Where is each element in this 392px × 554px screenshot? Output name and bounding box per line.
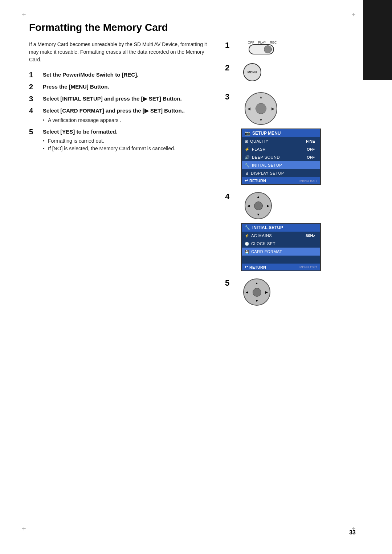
page-number: 33 (349, 529, 356, 536)
menu-button-diagram: MENU (243, 63, 261, 81)
quality-label: QUALITY (250, 139, 302, 143)
dpad-diagram-3: ▲ ▶ ▼ ◀ (245, 92, 277, 125)
s5dpad-arrow-top: ▲ (255, 281, 258, 285)
step-2: 2 Press the [MENU] Button. (29, 83, 211, 91)
clock-set-label: CLOCK SET (251, 241, 317, 246)
page-title: Formatting the Memory Card (29, 22, 363, 33)
ac-icon: ⚡ (245, 234, 249, 238)
diagram-step-4: 4 ▲ ▶ ▼ ◀ � (225, 192, 363, 271)
step-3-number: 3 (29, 95, 39, 103)
small-dpad-outer: ▲ ▶ ▼ ◀ (245, 192, 272, 219)
initial-setup-title: INITIAL SETUP (252, 225, 283, 230)
setup-menu-camera-icon: 📷 (245, 131, 250, 136)
sdpad-arrow-left: ◀ (247, 204, 250, 208)
switch-labels: OFF PLAY REC (248, 41, 277, 44)
diagram-2-number: 2 (225, 63, 233, 73)
s5dpad-arrow-bottom: ▼ (255, 299, 258, 303)
ac-mains-label: AC MAINS (251, 233, 301, 238)
step-2-number: 2 (29, 83, 39, 91)
switch-body (249, 44, 274, 54)
dpad-arrow-bottom: ▼ (259, 118, 263, 122)
right-column: 1 OFF PLAY REC 2 (225, 41, 363, 314)
steps-list: 1 Set the Power/Mode Switch to [REC]. 2 … (29, 71, 211, 152)
step-1: 1 Set the Power/Mode Switch to [REC]. (29, 71, 211, 79)
setup-icon: 🔧 (245, 163, 250, 168)
diagram-4-number: 4 (225, 192, 233, 201)
content-wrapper: If a Memory Card becomes unreadable by t… (29, 41, 363, 314)
label-rec: REC (270, 41, 277, 44)
step-3: 3 Select [INITIAL SETUP] and press the [… (29, 95, 211, 103)
diagram-step-3: 3 ▲ ▶ ▼ ◀ � (225, 92, 363, 185)
diagram-step-5: 5 ▲ ▶ ▼ ◀ (225, 278, 363, 306)
diagram-1-number: 1 (225, 41, 233, 50)
quality-value: FINE (304, 139, 317, 144)
initial-setup-screen: 🔧 INITIAL SETUP ⚡ AC MAINS 50Hz 🕐 CLOCK … (241, 223, 321, 271)
card-icon: 💾 (245, 250, 249, 254)
crop-mark-tr: + (351, 11, 356, 18)
return-label: RETURN (249, 179, 266, 183)
power-switch-diagram: OFF PLAY REC (240, 41, 283, 54)
dpad-diagram-4: ▲ ▶ ▼ ◀ (245, 192, 272, 219)
diagram-3-content: ▲ ▶ ▼ ◀ 📷 SETUP MENU ⊞ (237, 92, 321, 185)
dpad-arrow-top: ▲ (259, 95, 263, 99)
flash-icon: ⚡ (245, 147, 250, 152)
menu-item-card-format: 💾 CARD FORMAT (242, 248, 320, 256)
quality-icon: ⊞ (245, 139, 248, 144)
setup-menu-title: SETUP MENU (252, 131, 281, 136)
display-setup-label: DISPLAY SETUP (251, 171, 317, 175)
initial-setup-header: 🔧 INITIAL SETUP (242, 224, 320, 232)
setup-menu-footer: ↩ RETURN MENU EXIT (242, 177, 320, 184)
setup-menu-screen: 📷 SETUP MENU ⊞ QUALITY FINE ⚡ FLASH OFF (241, 129, 321, 185)
diagram-3-number: 3 (225, 92, 233, 102)
diagram-1-content: OFF PLAY REC (236, 41, 283, 54)
intro-text: If a Memory Card becomes unreadable by t… (29, 41, 211, 64)
return-icon-2: ↩ (245, 265, 248, 269)
setup-menu-header: 📷 SETUP MENU (242, 129, 320, 137)
step-5: 5 Select [YES] to be formatted. Formatti… (29, 128, 211, 153)
beep-label: BEEP SOUND (252, 155, 302, 159)
left-column: If a Memory Card becomes unreadable by t… (29, 41, 211, 314)
beep-icon: 🔊 (245, 155, 250, 160)
menu-item-beep: 🔊 BEEP SOUND OFF (242, 153, 320, 161)
flash-label: FLASH (252, 147, 302, 151)
diagram-5-number: 5 (225, 278, 233, 288)
return-icon: ↩ (245, 178, 248, 183)
sdpad-arrow-bottom: ▼ (257, 213, 260, 216)
label-off: OFF (248, 41, 254, 44)
menu-item-display-setup: 🖥 DISPLAY SETUP (242, 169, 320, 177)
label-play: PLAY (258, 41, 266, 44)
small-dpad-5-center (253, 288, 261, 297)
ac-mains-value: 50Hz (303, 233, 317, 238)
step-4-number: 4 (29, 107, 39, 115)
menu-item-clock-set: 🕐 CLOCK SET (242, 240, 320, 248)
initial-setup-footer: ↩ RETURN MENU EXIT (242, 264, 320, 270)
dpad-diagram-5: ▲ ▶ ▼ ◀ (243, 278, 270, 306)
step-5-bullet-2: If [NO] is selected, the Memory Card for… (43, 145, 175, 152)
step-3-text: Select [INITIAL SETUP] and press the [▶ … (43, 95, 182, 103)
crop-mark-tl: + (22, 11, 26, 18)
menu-item-ac-mains: ⚡ AC MAINS 50Hz (242, 232, 320, 240)
small-dpad-5-outer: ▲ ▶ ▼ ◀ (243, 278, 270, 306)
initial-setup-return: ↩ RETURN (245, 265, 266, 269)
menu-item-quality: ⊞ QUALITY FINE (242, 137, 320, 145)
step-2-text: Press the [MENU] Button. (43, 83, 109, 91)
s5dpad-arrow-right: ▶ (265, 290, 268, 294)
dpad-center (256, 103, 266, 114)
sdpad-arrow-top: ▲ (257, 195, 260, 199)
setup-menu-return: ↩ RETURN (245, 178, 266, 183)
top-bar-decoration (363, 0, 392, 80)
menu-item-initial-setup: 🔧 INITIAL SETUP (242, 161, 320, 169)
menu-spacer (242, 256, 320, 264)
diagram-step-2: 2 MENU (225, 63, 363, 81)
dpad-arrow-right: ▶ (271, 107, 274, 111)
initial-setup-icon: 🔧 (245, 225, 250, 230)
flash-value: OFF (304, 147, 317, 152)
menu-item-flash: ⚡ FLASH OFF (242, 145, 320, 153)
setup-menu-exit: MENU EXIT (299, 179, 317, 183)
card-format-label: CARD FORMAT (251, 249, 317, 254)
return-label-2: RETURN (249, 265, 266, 269)
step-5-bullet-1: Formatting is carried out. (43, 137, 175, 145)
diagram-4-content: ▲ ▶ ▼ ◀ 🔧 INITIAL SETUP ⚡ (237, 192, 321, 271)
beep-value: OFF (304, 155, 317, 160)
dpad-arrow-left: ◀ (248, 107, 250, 111)
